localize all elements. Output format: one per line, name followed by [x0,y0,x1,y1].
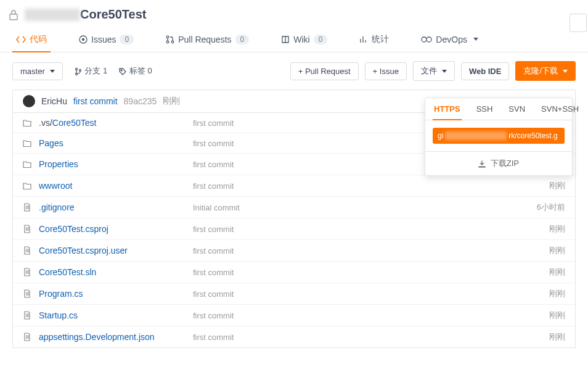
commit-author[interactable]: EricHu [41,96,67,106]
caret-down-icon [563,70,568,73]
file-icon [23,289,33,298]
svg-point-7 [75,73,77,75]
repo-name: Core50Test [80,7,146,22]
tab-issues-label: Issues [91,35,116,44]
new-pr-button[interactable]: + Pull Request [290,62,359,80]
svg-point-4 [166,41,169,43]
url-prefix: gi [438,131,443,140]
file-time: 刚刚 [549,180,565,191]
folder-icon [23,139,33,147]
tab-devops-label: DevOps [436,35,467,44]
avatar [23,95,35,107]
commit-message[interactable]: first commit [73,96,118,106]
file-icon [23,246,33,255]
file-time: 6小时前 [537,202,565,213]
file-name[interactable]: wwwroot [39,181,193,191]
tab-issues[interactable]: Issues 0 [75,27,137,52]
wiki-badge: 0 [314,35,328,44]
file-name[interactable]: .vs/Core50Test [39,118,193,128]
toolbar: master 分支 1 标签 0 + Pull Request + Issue … [0,52,588,89]
url-suffix: rk/core50test.g [508,131,557,140]
clone-dropdown: HTTPS SSH SVN SVN+SSH gi rk/core50test.g… [425,98,573,176]
new-issue-button[interactable]: + Issue [365,62,407,80]
tab-code-label: 代码 [30,34,47,45]
commit-time: 刚刚 [163,96,180,107]
folder-icon [23,160,33,168]
file-name[interactable]: Core50Test.csproj.user [39,246,193,255]
file-icon [23,225,33,233]
protocol-svn[interactable]: SVN [507,98,526,120]
folder-icon [23,181,33,190]
commit-hash[interactable]: 89ac235 [124,96,157,106]
file-name[interactable]: Core50Test.csproj [39,224,193,234]
nav-tabs: 代码 Issues 0 Pull Requests 0 Wiki 0 统计 De… [0,27,588,52]
download-zip-button[interactable]: 下载ZIP [425,151,572,175]
file-commit-msg[interactable]: first commit [193,181,549,191]
branch-name: master [20,67,45,76]
file-commit-msg[interactable]: first commit [193,333,549,342]
branch-info: 分支 1 标签 0 [74,65,152,77]
files-label: 文件 [421,65,437,77]
file-icon [23,311,33,320]
files-button[interactable]: 文件 [413,61,455,81]
caret-down-icon [442,70,447,73]
right-box[interactable] [570,14,587,32]
tab-devops[interactable]: DevOps [417,27,482,52]
file-name[interactable]: .gitignore [39,202,193,212]
file-commit-msg[interactable]: first commit [193,289,549,299]
tab-code[interactable]: 代码 [12,27,51,52]
file-commit-msg[interactable]: first commit [193,246,549,255]
file-commit-msg[interactable]: first commit [193,268,549,277]
file-row: Startup.csfirst commit刚刚 [13,305,575,326]
owner-blur [25,9,80,21]
file-commit-msg[interactable]: first commit [193,311,549,320]
toolbar-left: master 分支 1 标签 0 [12,62,152,80]
clone-download-button[interactable]: 克隆/下载 [515,61,576,81]
pr-badge: 0 [235,35,250,44]
file-commit-msg[interactable]: first commit [193,225,549,234]
svg-rect-0 [10,14,17,20]
file-row: Core50Test.csprojfirst commit刚刚 [13,218,575,240]
tags-link[interactable]: 标签 0 [118,65,152,77]
file-row: Program.csfirst commit刚刚 [13,283,575,305]
file-row: Core50Test.csproj.userfirst commit刚刚 [13,240,575,262]
file-time: 刚刚 [549,267,565,278]
file-commit-msg[interactable]: Initial commit [193,203,537,212]
tab-wiki-label: Wiki [293,35,309,44]
file-row: appsettings.Development.jsonfirst commit… [13,326,575,347]
file-name[interactable]: Program.cs [39,289,193,299]
tab-pull-requests[interactable]: Pull Requests 0 [162,27,253,52]
file-name[interactable]: Pages [39,138,193,148]
file-time: 刚刚 [549,223,565,234]
file-icon [23,268,33,276]
web-ide-button[interactable]: Web IDE [461,62,510,80]
protocol-ssh[interactable]: SSH [475,98,494,120]
branches-link[interactable]: 分支 1 [74,65,107,77]
lock-icon [9,9,18,20]
url-blur [445,131,507,140]
svg-point-3 [166,36,169,38]
toolbar-right: + Pull Request + Issue 文件 Web IDE 克隆/下载 [290,61,576,81]
tab-wiki[interactable]: Wiki 0 [277,27,331,52]
protocol-https[interactable]: HTTPS [433,98,462,120]
repo-title: Core50Test [25,7,146,22]
protocol-svnssh[interactable]: SVN+SSH [540,98,580,120]
svg-point-6 [75,68,77,70]
tab-stats[interactable]: 统计 [356,27,393,52]
file-row: Core50Test.slnfirst commit刚刚 [13,262,575,283]
download-zip-label: 下载ZIP [491,159,519,168]
tab-stats-label: 统计 [372,34,389,45]
file-name[interactable]: appsettings.Development.json [39,332,193,342]
repo-header: Core50Test [0,0,588,27]
file-row: .gitignoreInitial commit6小时前 [13,197,575,218]
clone-url-box[interactable]: gi rk/core50test.g [433,128,565,144]
file-name[interactable]: Core50Test.sln [39,267,193,277]
file-row: wwwrootfirst commit刚刚 [13,175,575,197]
file-name[interactable]: Startup.cs [39,310,193,320]
caret-down-icon [50,70,55,73]
svg-point-2 [83,38,84,40]
svg-point-8 [79,69,81,71]
file-time: 刚刚 [549,310,565,321]
branch-selector[interactable]: master [12,62,63,80]
file-name[interactable]: Properties [39,159,193,169]
